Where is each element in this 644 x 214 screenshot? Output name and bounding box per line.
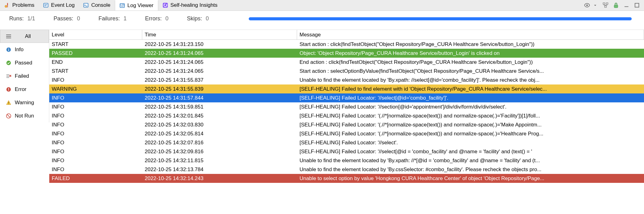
stat-label: Skips: <box>187 15 202 22</box>
tab-console[interactable]: Console <box>79 0 115 10</box>
maximize-icon[interactable] <box>634 2 640 9</box>
svg-rect-23 <box>8 49 9 51</box>
cell-message: [SELF-HEALING] Failed Locator: '(.//*[no… <box>297 129 644 138</box>
sidebar-item-failed[interactable]: Failed <box>0 69 49 83</box>
svg-rect-3 <box>44 3 48 7</box>
cell-message: Object: 'Object Repository/Page_CURA Hea… <box>297 49 644 58</box>
cell-message: Unable to find the element located by 'B… <box>297 76 644 84</box>
cell-time: 2022-10-25 14:32:14.243 <box>142 174 297 183</box>
check-circle-icon <box>6 60 12 66</box>
svg-rect-10 <box>121 6 123 6</box>
stat-label: Failures: <box>99 15 120 22</box>
col-message[interactable]: Message <box>297 30 644 39</box>
sidebar-item-passed[interactable]: Passed <box>0 56 49 69</box>
cell-time: 2022-10-25 14:31:57.844 <box>142 93 297 102</box>
stat-skips: Skips: 0 <box>187 15 209 22</box>
sidebar: All Info Passed Failed Error <box>0 30 49 122</box>
sidebar-item-label: All <box>25 33 31 39</box>
error-icon <box>6 86 12 93</box>
svg-point-12 <box>586 5 588 6</box>
table-row[interactable]: INFO2022-10-25 14:32:05.814[SELF-HEALING… <box>49 129 644 138</box>
table-row[interactable]: INFO2022-10-25 14:31:59.851[SELF-HEALING… <box>49 102 644 111</box>
table-row[interactable]: END2022-10-25 14:31:24.065End action : c… <box>49 58 644 67</box>
col-time[interactable]: Time <box>142 30 297 39</box>
table-row[interactable]: INFO2022-10-25 14:31:57.844[SELF-HEALING… <box>49 93 644 102</box>
cell-level: INFO <box>49 120 142 129</box>
cell-level: WARNING <box>49 84 142 93</box>
cell-time: 2022-10-25 14:31:55.837 <box>142 76 297 84</box>
cell-level: START <box>49 40 142 49</box>
event-log-icon <box>43 2 49 8</box>
sidebar-item-error[interactable]: Error <box>0 83 49 96</box>
info-icon <box>6 47 12 53</box>
cell-level: FAILED <box>49 174 142 183</box>
stat-label: Runs: <box>9 15 24 22</box>
cell-message: Unable to select option by value 'Hongko… <box>297 174 644 183</box>
stat-value: 0 <box>165 15 168 22</box>
problems-icon <box>4 2 10 8</box>
tab-log-viewer[interactable]: LOG Log Viewer <box>115 0 158 10</box>
cell-level: PASSED <box>49 49 142 58</box>
table-row[interactable]: PASSED2022-10-25 14:31:24.065Object: 'Ob… <box>49 49 644 58</box>
table-row[interactable]: INFO2022-10-25 14:31:55.837Unable to fin… <box>49 76 644 84</box>
svg-rect-24 <box>8 48 9 48</box>
table-row[interactable]: INFO2022-10-25 14:32:09.816[SELF-HEALING… <box>49 147 644 156</box>
svg-rect-17 <box>625 6 629 7</box>
minimize-icon[interactable] <box>623 2 630 9</box>
table-row[interactable]: INFO2022-10-25 14:32:01.845[SELF-HEALING… <box>49 111 644 120</box>
table-row[interactable]: INFO2022-10-25 14:32:07.816[SELF-HEALING… <box>49 138 644 147</box>
table-row[interactable]: START2022-10-25 14:31:24.065Start action… <box>49 67 644 76</box>
sidebar-item-not-run[interactable]: Not Run <box>0 109 49 122</box>
svg-rect-4 <box>44 4 47 5</box>
table-row[interactable]: INFO2022-10-25 14:32:03.830[SELF-HEALING… <box>49 120 644 129</box>
console-icon <box>83 2 89 8</box>
sidebar-item-label: Failed <box>15 73 29 79</box>
cell-time: 2022-10-25 14:32:07.816 <box>142 138 297 147</box>
svg-rect-30 <box>8 88 9 90</box>
progress-wrap <box>227 17 635 20</box>
tab-problems[interactable]: Problems <box>0 0 39 10</box>
eye-icon[interactable] <box>584 2 590 9</box>
svg-rect-19 <box>6 35 11 35</box>
svg-point-0 <box>5 5 7 7</box>
chevron-down-small-icon[interactable] <box>592 2 598 9</box>
cell-level: INFO <box>49 156 142 165</box>
stat-value: 1/1 <box>27 15 35 22</box>
stat-failures: Failures: 1 <box>99 15 127 22</box>
stats-bar: Runs: 1/1 Passes: 0 Failures: 1 Errors: … <box>0 11 644 30</box>
svg-rect-26 <box>6 74 9 75</box>
cell-message: [SELF-HEALING] Failed Locator: '//select… <box>297 93 644 102</box>
cell-time: 2022-10-25 14:32:03.830 <box>142 120 297 129</box>
table-row[interactable]: START2022-10-25 14:31:23.150Start action… <box>49 40 644 49</box>
cell-time: 2022-10-25 14:31:59.851 <box>142 102 297 111</box>
sidebar-item-warning[interactable]: Warning <box>0 96 49 109</box>
sidebar-item-label: Warning <box>15 100 34 106</box>
svg-rect-33 <box>8 103 9 104</box>
cell-time: 2022-10-25 14:31:55.839 <box>142 84 297 93</box>
table-row[interactable]: INFO2022-10-25 14:32:13.784Unable to fin… <box>49 165 644 174</box>
tab-label: Event Log <box>51 2 75 8</box>
lock-icon[interactable] <box>613 2 619 9</box>
stat-runs: Runs: 1/1 <box>9 15 35 22</box>
cell-time: 2022-10-25 14:31:24.065 <box>142 58 297 67</box>
sidebar-item-info[interactable]: Info <box>0 43 49 56</box>
sidebar-item-label: Passed <box>15 60 32 66</box>
table-row[interactable]: INFO2022-10-25 14:32:11.815Unable to fin… <box>49 156 644 165</box>
tab-event-log[interactable]: Event Log <box>39 0 79 10</box>
tab-label: Log Viewer <box>127 2 154 9</box>
table-row[interactable]: FAILED2022-10-25 14:32:14.243Unable to s… <box>49 174 644 183</box>
tab-self-healing[interactable]: Self-healing Insights <box>158 0 222 10</box>
cell-time: 2022-10-25 14:32:09.816 <box>142 147 297 156</box>
col-level[interactable]: Level <box>49 30 142 39</box>
tree-icon[interactable] <box>602 2 609 9</box>
stat-value: 0 <box>77 15 80 22</box>
svg-rect-15 <box>605 6 606 7</box>
sidebar-item-label: Not Run <box>15 113 34 119</box>
table-row[interactable]: WARNING2022-10-25 14:31:55.839[SELF-HEAL… <box>49 84 644 93</box>
sidebar-item-all[interactable]: All <box>0 30 49 43</box>
cell-level: INFO <box>49 111 142 120</box>
log-viewer-icon: LOG <box>119 3 125 8</box>
self-healing-icon <box>163 2 168 8</box>
stat-value: 0 <box>206 15 209 22</box>
cell-message: [SELF-HEALING] Failed Locator: '(.//*[no… <box>297 120 644 129</box>
